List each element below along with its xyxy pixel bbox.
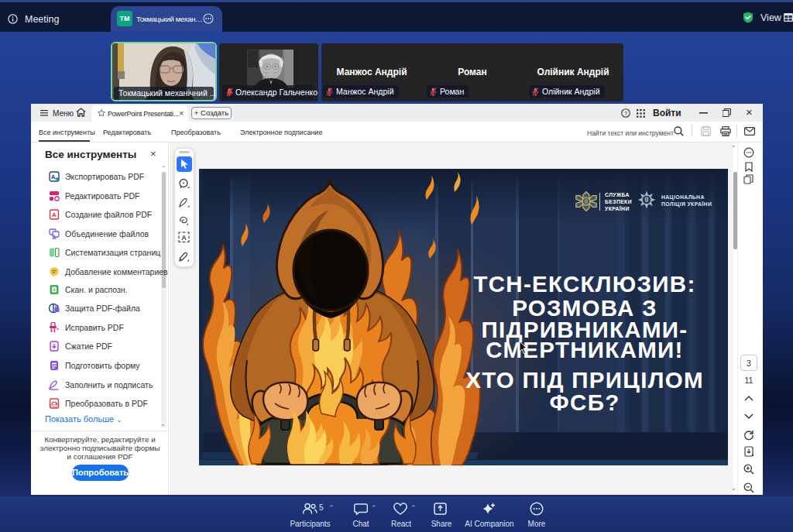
svg-text:A: A [181,234,187,242]
svg-text:Токмацький механічний ...: Токмацький механічний ... [118,88,215,98]
svg-text:?: ? [624,110,627,117]
svg-text:PDF: PDF [50,403,58,408]
svg-text:ТСН-ЕКСКЛЮЗИВ:: ТСН-ЕКСКЛЮЗИВ: [473,271,695,297]
svg-text:Олександр Гальченко: Олександр Гальченко [235,88,318,97]
svg-text:СМЕРТНИКАМИ!: СМЕРТНИКАМИ! [486,337,684,362]
svg-text:A: A [52,211,57,218]
svg-text:ФСБ?: ФСБ? [550,390,620,415]
svg-text:СЛУЖБА: СЛУЖБА [605,192,630,197]
svg-text:A: A [53,287,56,292]
svg-text:A: A [51,173,56,180]
svg-text:ПОЛІЦІЯ УКРАЇНИ: ПОЛІЦІЯ УКРАЇНИ [661,201,712,208]
svg-text:БЕЗПЕКИ: БЕЗПЕКИ [605,199,632,204]
svg-text:УКРАЇНИ: УКРАЇНИ [605,206,630,211]
svg-text:НАЦІОНАЛЬНА: НАЦІОНАЛЬНА [661,194,705,201]
